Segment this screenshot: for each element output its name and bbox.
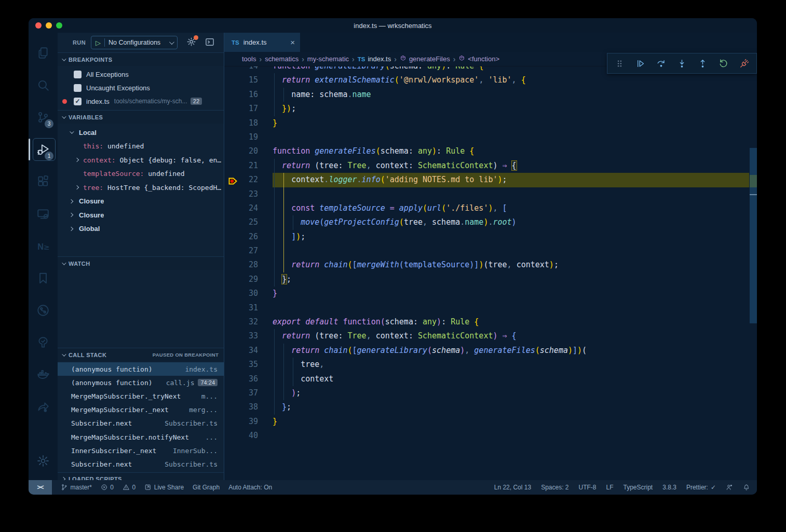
line-number[interactable]: 14	[224, 66, 273, 73]
line-number[interactable]: 23	[224, 187, 273, 201]
line-number[interactable]: 22	[224, 173, 273, 187]
breadcrumb-item-my-schematic[interactable]: my-schematic	[307, 55, 349, 63]
line-number[interactable]: 24	[224, 201, 273, 215]
code-line-20[interactable]: 20function generateFiles(schema: any): R…	[224, 144, 757, 158]
line-number[interactable]: 25	[224, 215, 273, 229]
variable-row[interactable]: Global	[58, 222, 224, 236]
restart-button[interactable]	[719, 59, 728, 69]
code-line-38[interactable]: 38 };	[224, 400, 757, 414]
status-language[interactable]: TypeScript	[624, 484, 653, 491]
status-ts-version[interactable]: 3.8.3	[662, 484, 676, 491]
code-line-30[interactable]: 30}	[224, 287, 757, 301]
debug-console-button[interactable]	[205, 37, 215, 49]
line-number[interactable]: 36	[224, 372, 273, 386]
activity-item-git-graph[interactable]	[31, 294, 56, 326]
activity-item-manage[interactable]	[31, 445, 56, 477]
code-line-18[interactable]: 18}	[224, 116, 757, 130]
call-stack-frame[interactable]: Subscriber.nextSubscriber.ts	[58, 457, 224, 471]
code-line-26[interactable]: 26 ]);	[224, 230, 757, 244]
call-stack-frame[interactable]: (anonymous function)index.ts	[58, 362, 224, 376]
code-line-32[interactable]: 32export default function(schema: any): …	[224, 315, 757, 329]
line-number[interactable]: 19	[224, 130, 273, 144]
line-number[interactable]: 27	[224, 244, 273, 258]
breakpoint-checkbox[interactable]	[74, 71, 82, 78]
code-line-19[interactable]: 19	[224, 130, 757, 144]
status-cursor-position[interactable]: Ln 22, Col 13	[494, 484, 531, 491]
launch-configuration-dropdown[interactable]: ▷ No Configurations	[91, 36, 178, 49]
status-encoding[interactable]: UTF-8	[579, 484, 597, 491]
activity-item-search[interactable]	[31, 69, 56, 101]
activity-item-explorer[interactable]	[31, 37, 56, 69]
activity-item-todo-tree[interactable]	[31, 326, 56, 359]
status-prettier[interactable]: Prettier:✓	[686, 484, 716, 491]
code-line-25[interactable]: 25 move(getProjectConfig(tree, schema.na…	[224, 215, 757, 229]
line-number[interactable]: 16	[224, 88, 273, 102]
code-line-37[interactable]: 37 );	[224, 386, 757, 400]
status-live-share[interactable]: Live Share	[144, 484, 184, 491]
step-over-button[interactable]	[656, 59, 666, 69]
breadcrumb-item-index-ts[interactable]: TSindex.ts	[358, 55, 391, 63]
activity-item-nx-console[interactable]: N≥	[31, 230, 56, 262]
code-line-36[interactable]: 36 context	[224, 372, 757, 386]
line-number[interactable]: 39	[224, 415, 273, 429]
call-stack-frame[interactable]: MergeMapSubscriber._tryNextm...	[58, 389, 224, 403]
breakpoint-checkbox[interactable]	[74, 84, 82, 92]
configure-gear-button[interactable]	[186, 37, 196, 48]
line-number[interactable]: 40	[224, 429, 273, 443]
line-number[interactable]: 31	[224, 301, 273, 315]
status-auto-attach[interactable]: Auto Attach: On	[228, 484, 272, 491]
loaded-scripts-section-header[interactable]: LOADED SCRIPTS	[58, 472, 224, 481]
status-eol[interactable]: LF	[606, 484, 614, 491]
call-stack-section-header[interactable]: CALL STACK PAUSED ON BREAKPOINT	[58, 348, 224, 361]
breakpoint-row[interactable]: All Exceptions	[58, 67, 224, 81]
status-notifications[interactable]	[743, 484, 750, 491]
status-errors[interactable]: 0	[101, 484, 114, 491]
breakpoint-row[interactable]: Uncaught Exceptions	[58, 81, 224, 94]
line-number[interactable]: 33	[224, 329, 273, 343]
activity-item-remote-explorer[interactable]	[31, 198, 56, 230]
breakpoint-row[interactable]: ✓index.tstools/schematics/my-sch...22	[58, 94, 224, 108]
status-git-branch[interactable]: master*	[61, 484, 92, 491]
line-number[interactable]: 30	[224, 287, 273, 301]
tab-index-ts[interactable]: TS index.ts ×	[224, 33, 300, 52]
editor-scrollbar[interactable]	[749, 66, 757, 480]
code-line-39[interactable]: 39}	[224, 415, 757, 429]
variable-row[interactable]: Closure	[58, 195, 224, 209]
code-line-23[interactable]: 23	[224, 187, 757, 201]
watch-section-header[interactable]: WATCH	[58, 256, 224, 270]
continue-button[interactable]	[635, 59, 645, 69]
line-number[interactable]: 18	[224, 116, 273, 130]
breakpoint-checkbox[interactable]: ✓	[74, 98, 82, 105]
activity-item-run-debug[interactable]: 1	[31, 133, 56, 166]
scrollbar-slider[interactable]	[750, 148, 757, 323]
code-line-16[interactable]: 16 name: schema.name	[224, 88, 757, 102]
activity-item-bookmarks[interactable]	[31, 262, 56, 294]
code-line-33[interactable]: 33 return (tree: Tree, context: Schemati…	[224, 329, 757, 343]
line-number[interactable]: 15	[224, 73, 273, 87]
code-line-29[interactable]: 29 };	[224, 272, 757, 287]
code-line-24[interactable]: 24 const templateSource = apply(url('./f…	[224, 201, 757, 215]
code-line-17[interactable]: 17 });	[224, 102, 757, 116]
line-number[interactable]: 29	[224, 272, 273, 287]
breadcrumb-item-schematics[interactable]: schematics	[265, 55, 299, 63]
variable-row[interactable]: templateSource: undefined	[58, 167, 224, 181]
call-stack-frame[interactable]: MergeMapSubscriber._nextmerg...	[58, 403, 224, 417]
code-line-22[interactable]: 22 context.logger.info('adding NOTES.md …	[224, 173, 757, 187]
call-stack-frame[interactable]: (anonymous function)call.js74:24	[58, 376, 224, 389]
code-editor[interactable]: 14function generateLibrary(schema: any):…	[224, 66, 757, 480]
line-number[interactable]: 37	[224, 386, 273, 400]
line-number[interactable]: 34	[224, 344, 273, 358]
code-line-27[interactable]: 27	[224, 244, 757, 258]
line-number[interactable]: 35	[224, 358, 273, 372]
line-number[interactable]: 20	[224, 144, 273, 158]
remote-indicator[interactable]: ><	[29, 480, 52, 495]
status-warnings[interactable]: 0	[123, 484, 135, 491]
step-out-button[interactable]	[698, 59, 708, 69]
call-stack-frame[interactable]: MergeMapSubscriber.notifyNext...	[58, 430, 224, 444]
activity-item-extensions[interactable]	[31, 166, 56, 198]
line-number[interactable]: 28	[224, 258, 273, 272]
breadcrumb-item--function-[interactable]: <function>	[458, 55, 499, 63]
line-number[interactable]: 38	[224, 400, 273, 414]
variable-row[interactable]: this: undefined	[58, 140, 224, 154]
code-line-35[interactable]: 35 tree,	[224, 358, 757, 372]
